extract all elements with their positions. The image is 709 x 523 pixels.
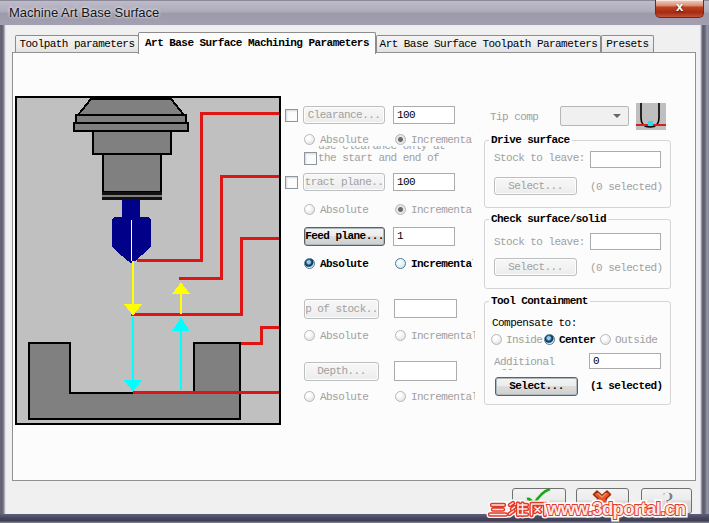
svg-text:www.3dportal.cn: www.3dportal.cn (546, 498, 686, 519)
